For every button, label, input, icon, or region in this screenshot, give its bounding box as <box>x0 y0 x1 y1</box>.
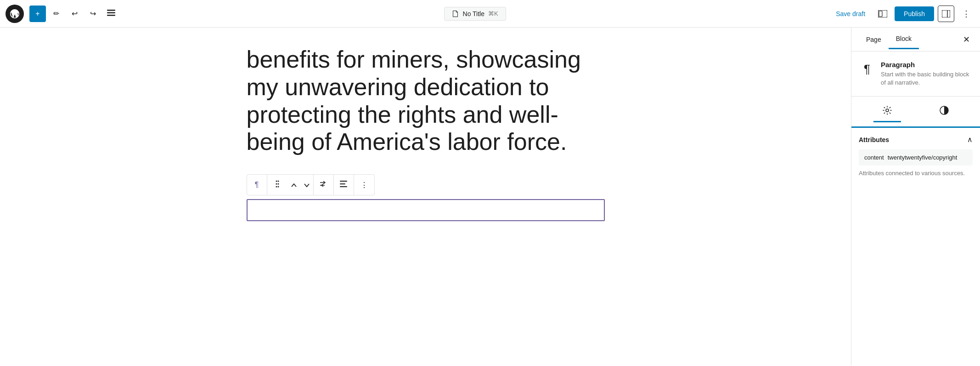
block-type-button[interactable]: ¶ <box>247 175 267 195</box>
block-more-icon: ⋮ <box>360 181 368 189</box>
svg-rect-1 <box>107 12 115 13</box>
svg-point-16 <box>886 109 889 112</box>
block-type-text: Paragraph Start with the basic building … <box>881 61 973 87</box>
shortcut-hint: ⌘K <box>488 10 498 17</box>
more-options-button[interactable]: ⋮ <box>958 6 974 22</box>
attr-value-content: twentytwentyfive/copyright <box>888 154 957 161</box>
main-toolbar: + ✏ ↩ ↪ No Title ⌘K Save draft <box>0 0 980 28</box>
svg-point-7 <box>276 181 277 182</box>
transform-icon <box>319 181 327 189</box>
main-paragraph-text: benefits for miners, showcasing my unwav… <box>247 46 605 156</box>
toolbar-right: Save draft Publish ⋮ <box>830 6 974 22</box>
undo-button[interactable]: ↩ <box>66 6 83 22</box>
move-down-button[interactable] <box>300 175 313 195</box>
sidebar-tabs: Page Block <box>859 29 960 49</box>
svg-rect-4 <box>879 11 882 17</box>
document-icon <box>452 10 459 17</box>
attributes-header: Attributes ∧ <box>859 135 973 144</box>
svg-point-9 <box>276 183 277 185</box>
list-view-button[interactable] <box>103 6 119 22</box>
svg-point-10 <box>277 183 279 185</box>
pencil-icon: ✏ <box>53 9 59 18</box>
add-block-button[interactable]: + <box>29 6 46 22</box>
svg-point-8 <box>277 181 279 182</box>
edit-button[interactable]: ✏ <box>48 6 64 22</box>
settings-icon <box>883 108 892 117</box>
sidebar-close-button[interactable]: ✕ <box>960 33 973 46</box>
block-sub-tabs <box>851 97 980 128</box>
collapse-attributes-button[interactable]: ∧ <box>967 135 973 144</box>
attr-key-content: content <box>864 154 884 161</box>
svg-rect-0 <box>107 10 115 11</box>
main-layout: benefits for miners, showcasing my unwav… <box>0 28 980 366</box>
more-icon: ⋮ <box>962 9 970 19</box>
drag-move-group <box>267 175 314 195</box>
align-button[interactable] <box>334 175 354 195</box>
preview-button[interactable] <box>874 6 891 22</box>
block-type-name: Paragraph <box>881 61 973 69</box>
attributes-section: Attributes ∧ content twentytwentyfive/co… <box>851 128 980 185</box>
svg-rect-15 <box>340 186 347 187</box>
undo-icon: ↩ <box>72 9 78 18</box>
svg-rect-2 <box>107 15 115 16</box>
move-down-icon <box>304 181 310 189</box>
block-type-row: ¶ Paragraph Start with the basic buildin… <box>859 61 973 87</box>
block-info: ¶ Paragraph Start with the basic buildin… <box>851 51 980 97</box>
attribute-content-row: content twentytwentyfive/copyright <box>859 149 973 166</box>
title-text: No Title <box>463 10 484 17</box>
wp-logo-icon <box>9 8 20 19</box>
sidebar-header: Page Block ✕ <box>851 28 980 51</box>
sidebar-toggle-icon <box>942 10 950 17</box>
block-paragraph-icon: ¶ <box>864 62 870 76</box>
close-icon: ✕ <box>963 34 970 45</box>
drag-handle-button[interactable] <box>267 175 287 195</box>
empty-block-input[interactable] <box>247 199 605 221</box>
styles-icon <box>940 108 949 117</box>
drag-icon <box>275 180 280 190</box>
save-draft-button[interactable]: Save draft <box>830 7 871 20</box>
chevron-up-icon: ∧ <box>967 136 973 143</box>
svg-rect-5 <box>942 10 950 17</box>
align-icon <box>340 181 347 189</box>
title-button[interactable]: No Title ⌘K <box>444 7 506 21</box>
publish-button[interactable]: Publish <box>895 6 934 21</box>
attributes-note: Attributes connected to various sources. <box>859 169 973 177</box>
block-toolbar: ¶ <box>247 174 375 195</box>
svg-point-12 <box>277 186 279 188</box>
tab-block[interactable]: Block <box>889 29 919 49</box>
redo-button[interactable]: ↪ <box>84 6 101 22</box>
svg-rect-14 <box>340 183 345 184</box>
block-more-button[interactable]: ⋮ <box>354 175 374 195</box>
svg-point-11 <box>276 186 277 188</box>
right-sidebar: Page Block ✕ ¶ Paragraph Start with the … <box>851 28 980 366</box>
styles-tab-button[interactable] <box>930 102 958 122</box>
settings-tab-button[interactable] <box>873 102 901 122</box>
redo-icon: ↪ <box>90 9 96 18</box>
paragraph-icon: ¶ <box>255 181 259 189</box>
wp-logo <box>6 5 24 23</box>
tab-page[interactable]: Page <box>859 29 889 49</box>
attributes-title: Attributes <box>859 136 889 143</box>
list-icon <box>107 10 115 18</box>
move-up-button[interactable] <box>287 175 300 195</box>
svg-rect-13 <box>340 181 347 182</box>
block-icon-wrap: ¶ <box>859 61 875 77</box>
block-toolbar-wrapper: ¶ <box>247 174 605 195</box>
editor-area: benefits for miners, showcasing my unwav… <box>0 28 851 366</box>
preview-icon <box>878 10 887 17</box>
editor-content: benefits for miners, showcasing my unwav… <box>247 46 605 221</box>
block-type-desc: Start with the basic building block of a… <box>881 70 973 87</box>
transform-button[interactable] <box>314 175 334 195</box>
title-area: No Title ⌘K <box>121 7 828 21</box>
move-up-icon <box>291 181 297 189</box>
sidebar-toggle-button[interactable] <box>938 6 954 22</box>
